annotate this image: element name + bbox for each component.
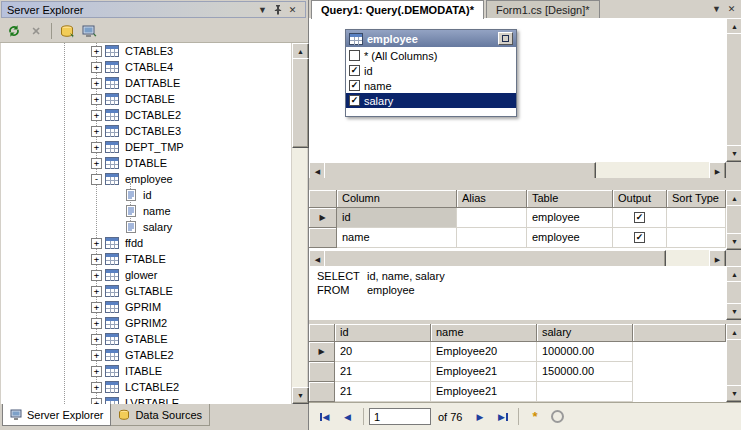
tree-item-dattable[interactable]: +DATTABLE xyxy=(1,75,291,91)
table-box-titlebar[interactable]: employee xyxy=(346,30,516,47)
field-row-salary[interactable]: ✓ salary xyxy=(346,93,516,108)
scroll-down-button[interactable]: ▼ xyxy=(726,145,741,162)
cell-id[interactable]: 20 xyxy=(335,342,431,362)
tree-item-ftable[interactable]: +FTABLE xyxy=(1,251,291,267)
expand-icon[interactable]: + xyxy=(91,46,102,57)
grid-corner-header[interactable] xyxy=(309,190,337,208)
column-header[interactable]: Sort Type xyxy=(667,190,726,208)
column-header[interactable]: Column xyxy=(337,190,457,208)
scroll-thumb[interactable] xyxy=(292,58,309,148)
expand-icon[interactable]: + xyxy=(91,286,102,297)
column-header[interactable]: name xyxy=(431,324,537,342)
expand-icon[interactable]: + xyxy=(91,382,102,393)
cell-id[interactable]: 21 xyxy=(335,362,431,382)
row-header[interactable]: ▶ xyxy=(309,208,337,228)
expand-icon[interactable]: + xyxy=(91,158,102,169)
cell-table[interactable]: employee xyxy=(527,208,613,228)
checkbox[interactable]: ✓ xyxy=(349,95,360,106)
cell-alias[interactable] xyxy=(457,228,527,248)
close-document-icon[interactable]: ✕ xyxy=(724,1,739,16)
cell-name[interactable]: Employee21 xyxy=(431,382,537,402)
cell-name[interactable]: Employee21 xyxy=(431,362,537,382)
tab-query1[interactable]: Query1: Query(.DEMODATA)* xyxy=(311,0,484,19)
connect-server-button[interactable] xyxy=(78,21,100,41)
criteria-vertical-scrollbar[interactable]: ▲ ▼ xyxy=(726,190,741,250)
scroll-thumb[interactable] xyxy=(726,339,741,389)
column-header[interactable]: salary xyxy=(537,324,633,342)
tree-item-employee[interactable]: -employee xyxy=(1,171,291,187)
tree-item-lctable2[interactable]: +LCTABLE2 xyxy=(1,379,291,395)
tree-item-dctable3[interactable]: +DCTABLE3 xyxy=(1,123,291,139)
cell-sort-type[interactable] xyxy=(667,228,726,248)
refresh-button[interactable] xyxy=(3,21,25,41)
tab-server-explorer[interactable]: Server Explorer xyxy=(2,404,111,426)
scroll-down-button[interactable]: ▼ xyxy=(726,385,741,402)
grid-corner-header[interactable] xyxy=(309,324,335,342)
server-explorer-titlebar[interactable]: Server Explorer ▼ ✕ xyxy=(1,1,306,18)
expand-icon[interactable]: + xyxy=(91,302,102,313)
tree-item-gtable[interactable]: +GTABLE xyxy=(1,331,291,347)
expand-icon[interactable]: + xyxy=(91,254,102,265)
cell-column[interactable]: id xyxy=(337,208,457,228)
pin-icon[interactable] xyxy=(270,3,285,16)
expand-icon[interactable]: + xyxy=(91,126,102,137)
tree-item-dtable[interactable]: +DTABLE xyxy=(1,155,291,171)
column-header[interactable]: Table xyxy=(527,190,613,208)
tree-item-dept-tmp[interactable]: +DEPT_TMP xyxy=(1,139,291,155)
tree-item-gprim2[interactable]: +GPRIM2 xyxy=(1,315,291,331)
diagram-vertical-scrollbar[interactable]: ▲ ▼ xyxy=(726,18,741,162)
file-list-icon[interactable]: ▼ xyxy=(709,1,724,16)
expand-icon[interactable]: + xyxy=(91,78,102,89)
column-header[interactable]: id xyxy=(335,324,431,342)
minimize-table-icon[interactable] xyxy=(498,32,513,45)
diagram-horizontal-scrollbar[interactable]: ◀ ▶ xyxy=(309,162,726,178)
tab-form1-design[interactable]: Form1.cs [Design]* xyxy=(486,0,600,18)
field-row-id[interactable]: ✓ id xyxy=(346,63,516,78)
scroll-thumb[interactable] xyxy=(726,33,741,149)
tree-item-ctable4[interactable]: +CTABLE4 xyxy=(1,59,291,75)
move-first-button[interactable]: ◀ xyxy=(314,407,335,427)
cell-name[interactable]: Employee20 xyxy=(431,342,537,362)
scroll-down-button[interactable]: ▼ xyxy=(726,303,741,320)
scroll-down-button[interactable]: ▼ xyxy=(726,233,741,250)
expand-icon[interactable]: + xyxy=(91,366,102,377)
expand-icon[interactable]: + xyxy=(91,318,102,329)
sql-pane[interactable]: SELECTid, name, salary FROMemployee xyxy=(309,266,726,320)
tree-scrollbar[interactable]: ▲ ▼ xyxy=(292,43,307,404)
expand-icon[interactable]: + xyxy=(91,238,102,249)
expand-icon[interactable]: + xyxy=(91,350,102,361)
cell-table[interactable]: employee xyxy=(527,228,613,248)
add-new-record-button[interactable]: * xyxy=(524,407,545,427)
checkbox[interactable]: ✓ xyxy=(349,65,360,76)
pane-splitter[interactable] xyxy=(309,178,741,190)
field-row-all-columns[interactable]: * (All Columns) xyxy=(346,48,516,63)
sql-vertical-scrollbar[interactable]: ▲ ▼ xyxy=(726,266,741,320)
move-previous-button[interactable]: ◀ xyxy=(337,407,358,427)
results-vertical-scrollbar[interactable]: ▲ ▼ xyxy=(726,324,741,402)
cell-salary[interactable]: 100000.00 xyxy=(537,342,633,362)
expand-icon[interactable]: + xyxy=(91,94,102,105)
cell-salary[interactable]: 150000.00 xyxy=(537,362,633,382)
move-last-button[interactable]: ▶ xyxy=(492,407,513,427)
row-selector[interactable] xyxy=(309,362,335,382)
tree-item-ffdd[interactable]: +ffdd xyxy=(1,235,291,251)
tree-item-dctable[interactable]: +DCTABLE xyxy=(1,91,291,107)
expand-icon[interactable]: + xyxy=(91,62,102,73)
tree-item-ctable3[interactable]: +CTABLE3 xyxy=(1,43,291,59)
column-header[interactable]: Alias xyxy=(457,190,527,208)
tree-item-gltable[interactable]: +GLTABLE xyxy=(1,283,291,299)
scroll-down-button[interactable]: ▼ xyxy=(292,387,309,404)
tree-item-itable[interactable]: +ITABLE xyxy=(1,363,291,379)
row-selector[interactable]: ▶ xyxy=(309,342,335,362)
tree-item-employee-salary[interactable]: salary xyxy=(1,219,291,235)
tree-item-employee-name[interactable]: name xyxy=(1,203,291,219)
tree-item-lvbtable[interactable]: +LVBTABLE xyxy=(1,395,291,404)
cell-sort-type[interactable] xyxy=(667,208,726,228)
tab-data-sources[interactable]: Data Sources xyxy=(111,404,210,426)
close-icon[interactable]: ✕ xyxy=(285,3,300,16)
tree-item-glower[interactable]: +glower xyxy=(1,267,291,283)
cell-id[interactable]: 21 xyxy=(335,382,431,402)
diagram-pane[interactable]: employee * (All Columns) ✓ id ✓ name xyxy=(309,18,726,162)
row-header[interactable] xyxy=(309,228,337,248)
tree-item-employee-id[interactable]: id xyxy=(1,187,291,203)
